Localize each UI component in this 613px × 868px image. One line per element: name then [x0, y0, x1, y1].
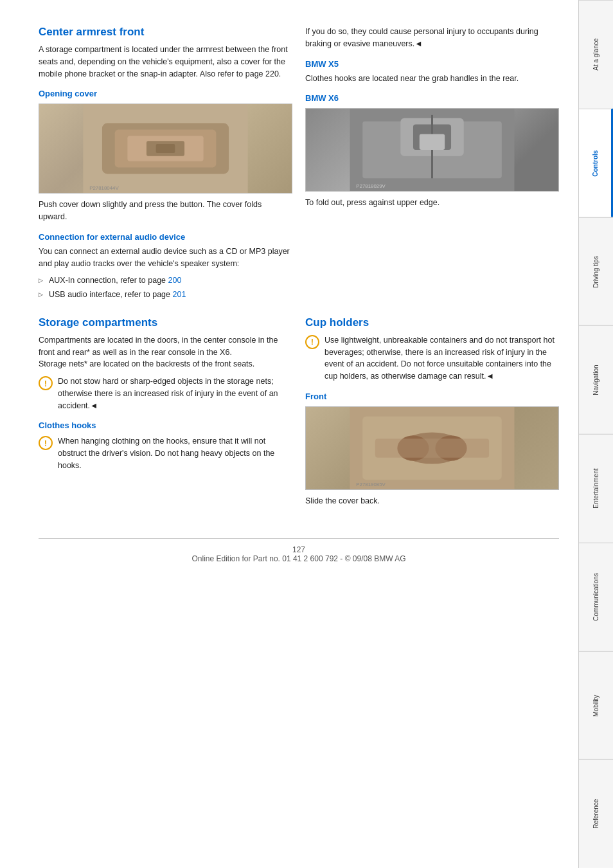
- storage-warning-text: Do not stow hard or sharp-edged objects …: [58, 375, 292, 411]
- center-armrest-section: Center armrest front A storage compartme…: [39, 26, 559, 305]
- connection-audio-intro: You can connect an external audio device…: [39, 246, 292, 270]
- storage-compartments-section: Storage compartments Compartments are lo…: [39, 316, 559, 512]
- connection-audio-subtitle: Connection for external audio device: [39, 232, 292, 242]
- bmwx5-subtitle: BMW X5: [305, 59, 559, 69]
- svg-rect-19: [375, 439, 489, 458]
- cup-holders-title: Cup holders: [305, 316, 559, 329]
- sidebar-tab-communications[interactable]: Communications: [579, 543, 613, 651]
- armrest-image: P27818044V: [39, 104, 292, 194]
- svg-text:P27818044V: P27818044V: [89, 185, 119, 191]
- sidebar-tab-driving-tips[interactable]: Driving tips: [579, 217, 613, 326]
- clothes-hooks-warning-right: If you do so, they could cause personal …: [305, 26, 559, 50]
- audio-bullets: AUX-In connection, refer to page 200 USB…: [39, 275, 292, 301]
- footer-text: Online Edition for Part no. 01 41 2 600 …: [191, 554, 405, 563]
- storage-title: Storage compartments: [39, 316, 292, 329]
- bmwx5-text: Clothes hooks are located near the grab …: [305, 73, 559, 85]
- clothes-hooks-warning-text: When hanging clothing on the hooks, ensu…: [58, 435, 292, 471]
- warning-icon-hooks: !: [39, 436, 53, 450]
- col-left-armrest: Center armrest front A storage compartme…: [39, 26, 292, 305]
- link-201[interactable]: 201: [172, 290, 186, 299]
- warning-icon-cupholder: !: [305, 335, 319, 349]
- cupholder-image: P27819085V: [305, 406, 559, 490]
- page-number: 127: [292, 545, 305, 554]
- link-200[interactable]: 200: [168, 276, 182, 285]
- cupholder-warning-box: ! Use lightweight, unbreakable container…: [305, 334, 559, 383]
- clothes-hooks-subtitle: Clothes hooks: [39, 420, 292, 430]
- cup-holders-section: Cup holders ! Use lightweight, unbreakab…: [305, 316, 559, 512]
- svg-text:P27818029V: P27818029V: [356, 183, 386, 189]
- main-content: Center armrest front A storage compartme…: [0, 0, 578, 868]
- cupholder-caption: Slide the cover back.: [305, 495, 559, 507]
- sidebar-tab-at-a-glance[interactable]: At a glance: [579, 0, 613, 109]
- sidebar-tab-navigation[interactable]: Navigation: [579, 325, 613, 434]
- storage-intro: Compartments are located in the doors, i…: [39, 334, 292, 370]
- opening-cover-subtitle: Opening cover: [39, 89, 292, 98]
- svg-rect-12: [420, 134, 445, 150]
- bullet-aux: AUX-In connection, refer to page 200: [39, 275, 292, 287]
- storage-col-left: Storage compartments Compartments are lo…: [39, 316, 292, 512]
- bmwx6-caption: To fold out, press against upper edge.: [305, 197, 559, 209]
- bullet-usb: USB audio interface, refer to page 201: [39, 289, 292, 301]
- sidebar-tab-reference[interactable]: Reference: [579, 759, 613, 868]
- bmwx6-image: P27818029V: [305, 108, 559, 192]
- page-footer: 127 Online Edition for Part no. 01 41 2 …: [39, 538, 559, 563]
- center-armrest-title: Center armrest front: [39, 26, 292, 39]
- center-armrest-intro: A storage compartment is located under t…: [39, 44, 292, 80]
- armrest-caption: Push cover down slightly and press the b…: [39, 199, 292, 223]
- sidebar-tab-controls[interactable]: Controls: [579, 109, 613, 217]
- svg-rect-5: [156, 144, 175, 153]
- svg-text:P27819085V: P27819085V: [356, 482, 386, 487]
- sidebar: At a glance Controls Driving tips Naviga…: [578, 0, 613, 868]
- storage-warning-box: ! Do not stow hard or sharp-edged object…: [39, 375, 292, 411]
- cup-front-subtitle: Front: [305, 392, 559, 401]
- cupholder-warning-text: Use lightweight, unbreakable containers …: [324, 334, 559, 383]
- bmwx6-subtitle: BMW X6: [305, 93, 559, 103]
- col-right-armrest: If you do so, they could cause personal …: [305, 26, 559, 305]
- sidebar-tab-entertainment[interactable]: Entertainment: [579, 434, 613, 543]
- clothes-hooks-warning-box: ! When hanging clothing on the hooks, en…: [39, 435, 292, 471]
- warning-icon-storage: !: [39, 376, 53, 390]
- sidebar-tab-mobility[interactable]: Mobility: [579, 651, 613, 760]
